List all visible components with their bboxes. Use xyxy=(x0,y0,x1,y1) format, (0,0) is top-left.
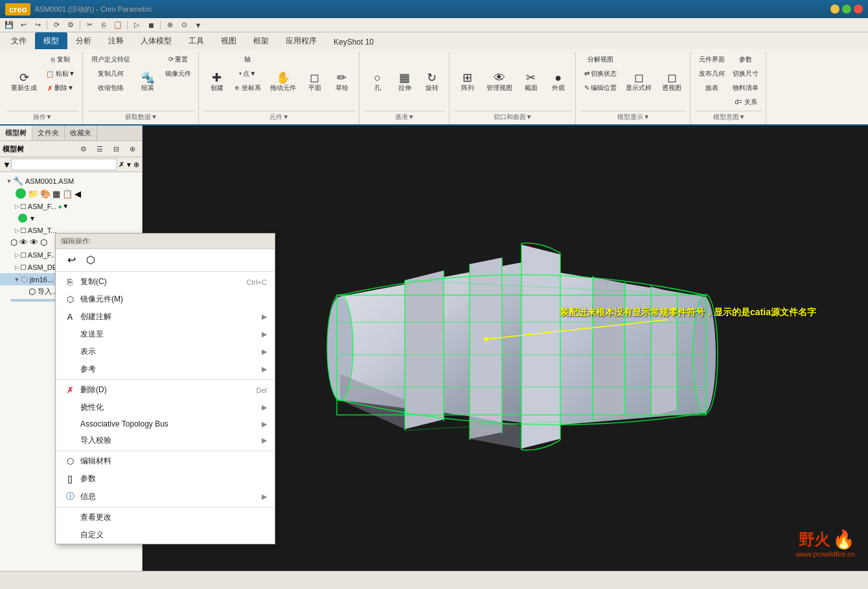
tab-human-model[interactable]: 人体模型 xyxy=(132,32,180,49)
tree-icon-folder[interactable]: 📁 xyxy=(28,189,38,199)
search-add-icon[interactable]: ⊕ xyxy=(133,161,139,169)
tab-folders[interactable]: 文件夹 xyxy=(32,126,65,140)
tab-model[interactable]: 模型 xyxy=(35,32,67,49)
tab-analysis[interactable]: 分析 xyxy=(67,32,100,49)
cm-item-delete[interactable]: ✗ 删除(D) Del xyxy=(56,381,275,399)
ribbon-btn-revolve[interactable]: ↻ 旋转 xyxy=(419,53,445,111)
qa-paste-button[interactable]: 📋 xyxy=(111,19,124,31)
ribbon-btn-regen[interactable]: ⟳ 重新生成 xyxy=(6,53,41,111)
tab-tools[interactable]: 工具 xyxy=(180,32,212,49)
tree-tool-icon1[interactable]: ⬡ xyxy=(10,238,17,247)
ribbon-btn-publish-geo[interactable]: 发布几何 xyxy=(696,67,728,80)
ribbon-btn-shrink[interactable]: 收缩包络 xyxy=(88,82,133,94)
tree-icon-more[interactable]: ◀ xyxy=(74,189,81,199)
search-input[interactable] xyxy=(11,159,117,170)
ribbon-btn-copy-geo[interactable]: 复制几何 xyxy=(88,67,133,80)
ribbon-btn-family-table[interactable]: 族表 xyxy=(696,82,728,94)
ribbon-btn-plane[interactable]: ◻ 平面 xyxy=(302,53,328,111)
qa-circle-button[interactable]: ⊙ xyxy=(177,19,190,31)
tree-icon-v[interactable]: ▼ xyxy=(29,215,36,222)
tree-tool-icon2[interactable]: 👁 xyxy=(19,238,28,247)
qa-save-button[interactable]: 💾 xyxy=(3,19,16,31)
cm-item-flexible[interactable]: 挠性化 ▶ xyxy=(56,399,275,416)
qa-settings-button[interactable]: ⚙ xyxy=(64,19,77,31)
ribbon-btn-perspective[interactable]: ◻ 透视图 xyxy=(657,53,686,111)
cm-item-info[interactable]: ⓘ 信息 ▶ xyxy=(56,487,275,506)
cm-item-view-changes[interactable]: 查看更改 xyxy=(56,509,275,526)
search-arrow-icon[interactable]: ▼ xyxy=(126,161,132,168)
panel-menu-button[interactable]: ☰ xyxy=(93,142,107,155)
cm-item-edit-material[interactable]: ⬡ 编辑材料 xyxy=(56,452,275,470)
cm-item-display[interactable]: 表示 ▶ xyxy=(56,343,275,361)
maximize-button[interactable] xyxy=(842,5,851,14)
dropdown-arrow[interactable]: ▼ xyxy=(62,203,69,210)
tab-annotation[interactable]: 注释 xyxy=(100,32,132,49)
cm-icon-undo[interactable]: ↩ xyxy=(63,252,79,267)
search-clear-icon[interactable]: ✗ xyxy=(119,161,124,169)
cm-item-import-check[interactable]: 导入校验 ▶ xyxy=(56,432,275,449)
tab-apps[interactable]: 应用程序 xyxy=(277,32,325,49)
qa-regen-button[interactable]: ⟳ xyxy=(50,19,63,31)
ribbon-btn-point[interactable]: • 点▼ xyxy=(231,67,264,80)
qa-dropdown-button[interactable]: ▼ xyxy=(192,19,205,31)
cm-item-mirror[interactable]: ⬡ 镜像元件(M) xyxy=(56,291,275,308)
ribbon-btn-axis[interactable]: 轴 xyxy=(231,53,264,66)
cm-item-sendto[interactable]: 发送至 ▶ xyxy=(56,326,275,343)
ribbon-btn-appearance[interactable]: ● 外观 xyxy=(545,53,571,111)
tab-view[interactable]: 视图 xyxy=(212,32,245,49)
ribbon-btn-assemble[interactable]: 🔩 组装 xyxy=(135,53,161,111)
tab-model-tree[interactable]: 模型树 xyxy=(0,126,32,140)
cm-item-customize[interactable]: 自定义 xyxy=(56,526,275,544)
ribbon-btn-create[interactable]: ✚ 创建 xyxy=(204,53,230,111)
close-button[interactable] xyxy=(854,5,863,14)
ribbon-btn-manage-view[interactable]: 👁 管理视图 xyxy=(482,53,517,111)
qa-play-button[interactable]: ▷ xyxy=(130,19,143,31)
ribbon-btn-sketch[interactable]: ✏ 草绘 xyxy=(329,53,355,111)
ribbon-btn-section[interactable]: ✂ 截面 xyxy=(518,53,544,111)
cm-icon-shape[interactable]: ⬡ xyxy=(83,252,98,267)
ribbon-btn-params[interactable]: 参数 xyxy=(729,53,762,66)
qa-add-button[interactable]: ⊕ xyxy=(163,19,176,31)
ribbon-btn-mirror[interactable]: 镜像元件 xyxy=(162,67,194,80)
tab-favorites[interactable]: 收藏夹 xyxy=(65,126,97,140)
ribbon-btn-edit-pos[interactable]: ✎ 编辑位置 xyxy=(581,82,621,94)
ribbon-btn-switch-dim[interactable]: 切换尺寸 xyxy=(729,67,762,80)
ribbon-btn-display-style[interactable]: ◻ 显示式样 xyxy=(621,53,656,111)
ribbon-btn-hole[interactable]: ○ 孔 xyxy=(365,53,391,111)
ribbon-btn-component-iface[interactable]: 元件界面 xyxy=(696,53,728,66)
tree-icon-paint[interactable]: 🎨 xyxy=(40,189,51,199)
tab-file[interactable]: 文件 xyxy=(3,32,35,49)
qa-undo-button[interactable]: ↩ xyxy=(17,19,30,31)
cm-item-annotation[interactable]: A 创建注解 ▶ xyxy=(56,308,275,326)
ribbon-btn-toggle[interactable]: ⇄ 切换状态 xyxy=(581,67,621,80)
cm-item-params[interactable]: [] 参数 xyxy=(56,470,275,487)
tree-icon-green[interactable] xyxy=(16,188,26,199)
ribbon-btn-drag[interactable]: ✋ 拖动元件 xyxy=(266,53,301,111)
window-controls[interactable] xyxy=(830,5,863,14)
tree-icon-list[interactable]: 📋 xyxy=(62,189,73,199)
qa-copy-button[interactable]: ⎘ xyxy=(97,19,110,31)
cm-item-ref[interactable]: 参考 ▶ xyxy=(56,361,275,378)
ribbon-btn-reset[interactable]: ⟳ 重置 xyxy=(162,53,194,66)
ribbon-btn-paste[interactable]: 📋粘贴▼ xyxy=(43,67,78,80)
ribbon-btn-explode[interactable]: 分解视图 xyxy=(581,53,621,66)
ribbon-btn-bom[interactable]: 物料清单 xyxy=(729,82,762,94)
tree-icon-grid[interactable]: ▦ xyxy=(52,189,60,199)
cm-item-atb[interactable]: Associative Topology Bus ▶ xyxy=(56,416,275,432)
tree-item-asm-f1[interactable]: ▷ □ ASM_F... ● ▼ xyxy=(0,200,142,212)
ribbon-btn-extrude[interactable]: ▦ 拉伸 xyxy=(392,53,418,111)
qa-cut-button[interactable]: ✂ xyxy=(83,19,96,31)
tree-tool-icon3[interactable]: 👁 xyxy=(30,238,38,247)
ribbon-btn-user-feature[interactable]: 用户定义特征 xyxy=(88,53,133,66)
ribbon-btn-relations[interactable]: d= 关系 xyxy=(729,96,762,109)
cm-item-copy[interactable]: ⎘ 复制(C) Ctrl+C xyxy=(56,273,275,291)
qa-stop-button[interactable]: ⏹ xyxy=(144,19,157,31)
panel-columns-button[interactable]: ⊟ xyxy=(109,142,123,155)
panel-settings-button[interactable]: ⚙ xyxy=(76,142,91,155)
ribbon-btn-csys[interactable]: ⊕ 坐标系 xyxy=(231,82,264,94)
ribbon-btn-delete[interactable]: ✗删除▼ xyxy=(43,82,78,94)
tree-item-root[interactable]: ▼ 🔧 ASM0001.ASM xyxy=(0,175,142,187)
tab-framework[interactable]: 框架 xyxy=(245,32,277,49)
tree-icon-green2[interactable] xyxy=(18,214,27,223)
ribbon-btn-array[interactable]: ⊞ 阵列 xyxy=(455,53,481,111)
